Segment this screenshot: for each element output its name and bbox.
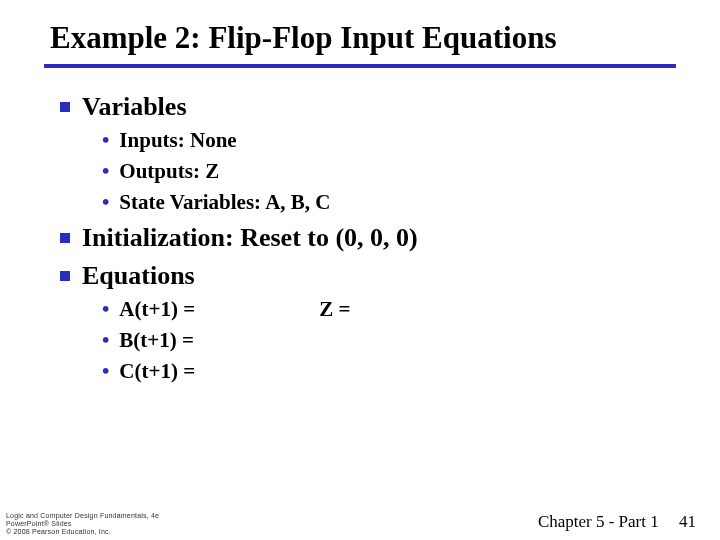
slide-footer: Chapter 5 - Part 1 41	[538, 512, 696, 532]
list-item: • State Variables: A, B, C	[102, 190, 670, 215]
inputs-text: Inputs: None	[119, 128, 236, 153]
square-bullet-icon	[60, 233, 70, 243]
section-heading: Variables	[82, 92, 187, 122]
slide-body: Variables • Inputs: None • Outputs: Z • …	[0, 68, 720, 384]
dot-bullet-icon: •	[102, 330, 109, 351]
equations-sublist: • A(t+1) = Z = • B(t+1) = • C(t+1) =	[60, 297, 670, 384]
equation-a: A(t+1) =	[119, 297, 319, 322]
dot-bullet-icon: •	[102, 161, 109, 182]
list-item: • B(t+1) =	[102, 328, 670, 353]
equation-c: C(t+1) =	[119, 359, 195, 384]
square-bullet-icon	[60, 271, 70, 281]
slide: Example 2: Flip-Flop Input Equations Var…	[0, 0, 720, 540]
copyright-line-2: PowerPoint® Slides	[6, 520, 159, 528]
dot-bullet-icon: •	[102, 130, 109, 151]
list-item: • Outputs: Z	[102, 159, 670, 184]
section-heading: Equations	[82, 261, 195, 291]
list-item: • C(t+1) =	[102, 359, 670, 384]
slide-title: Example 2: Flip-Flop Input Equations	[0, 0, 720, 64]
section-variables: Variables	[60, 92, 670, 122]
copyright-line-3: © 2008 Pearson Education, Inc.	[6, 528, 159, 536]
list-item: • A(t+1) = Z =	[102, 297, 670, 322]
dot-bullet-icon: •	[102, 361, 109, 382]
copyright-line-1: Logic and Computer Design Fundamentals, …	[6, 512, 159, 520]
dot-bullet-icon: •	[102, 299, 109, 320]
section-heading: Initialization: Reset to (0, 0, 0)	[82, 223, 418, 253]
square-bullet-icon	[60, 102, 70, 112]
equation-z: Z =	[319, 297, 559, 322]
copyright-block: Logic and Computer Design Fundamentals, …	[6, 512, 159, 536]
variables-sublist: • Inputs: None • Outputs: Z • State Vari…	[60, 128, 670, 215]
chapter-label: Chapter 5 - Part 1	[538, 512, 659, 531]
dot-bullet-icon: •	[102, 192, 109, 213]
equation-b: B(t+1) =	[119, 328, 194, 353]
section-initialization: Initialization: Reset to (0, 0, 0)	[60, 223, 670, 253]
state-vars-text: State Variables: A, B, C	[119, 190, 330, 215]
outputs-text: Outputs: Z	[119, 159, 219, 184]
list-item: • Inputs: None	[102, 128, 670, 153]
section-equations: Equations	[60, 261, 670, 291]
page-number: 41	[679, 512, 696, 531]
